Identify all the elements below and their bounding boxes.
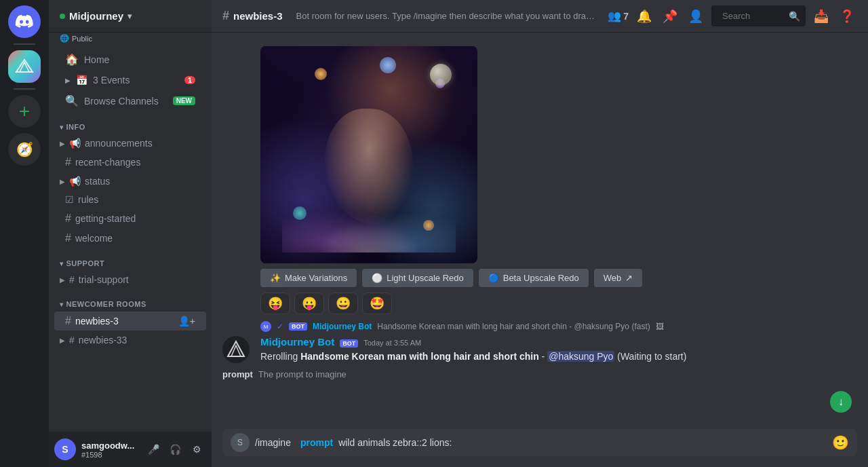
web-button[interactable]: Web ↗ — [594, 269, 643, 287]
announce-icon: 📢 — [69, 138, 81, 149]
browse-icon: 🔍 — [65, 94, 79, 107]
command-input[interactable] — [338, 429, 827, 456]
browse-new-badge: NEW — [173, 96, 195, 105]
sidebar-item-home[interactable]: 🏠 Home — [54, 49, 206, 70]
channel-item-status-group[interactable]: ▶ 📢 status — [54, 172, 206, 190]
hash-icon-newbies3: # — [65, 315, 71, 327]
slash-command-label: /imagine — [255, 437, 291, 448]
message-text: Rerolling Handsome Korean man with long … — [260, 350, 857, 364]
announce-chevron-icon: ▶ — [60, 140, 65, 147]
bot-badge: BOT — [340, 339, 358, 348]
inbox-icon[interactable]: 📥 — [811, 6, 831, 26]
image-content — [260, 46, 477, 263]
message-input-wrapper: S /imagine prompt 🙂 — [222, 429, 857, 456]
top-bar: # newbies-3 Bot room for new users. Type… — [212, 0, 868, 33]
hash-icon-welcome: # — [65, 232, 71, 244]
message-timestamp: Today at 3:55 AM — [363, 339, 421, 347]
external-link-icon: ↗ — [625, 273, 633, 283]
channel-item-newbies-3[interactable]: # newbies-3 👤+ — [54, 312, 206, 331]
channel-description: Bot room for new users. Type /imagine th… — [296, 11, 600, 21]
section-header-info[interactable]: ▾ INFO — [49, 112, 212, 134]
prompt-label: prompt — [222, 369, 253, 379]
emoji-reactions: 😝 😛 😀 🤩 — [212, 290, 868, 320]
reaction-grinning[interactable]: 😀 — [328, 293, 358, 314]
status-chevron-icon: ▶ — [60, 178, 65, 185]
section-header-support[interactable]: ▾ SUPPORT — [49, 248, 212, 270]
events-chevron-icon: ▶ — [65, 77, 71, 84]
add-member-icon[interactable]: 👤+ — [178, 316, 195, 326]
add-server-button[interactable]: + — [8, 95, 41, 128]
microphone-button[interactable]: 🎤 — [144, 440, 163, 459]
info-chevron-icon: ▾ — [60, 124, 64, 131]
cmd-arg-label: prompt — [300, 437, 333, 448]
reaction-starstruck[interactable]: 🤩 — [362, 293, 392, 314]
settings-button[interactable]: ⚙ — [187, 440, 206, 459]
events-badge: 1 — [184, 76, 195, 84]
top-bar-actions: 👥 7 🔔 📌 👤 🔍 📥 ❓ — [608, 5, 857, 26]
server-chevron-icon: ▾ — [127, 12, 132, 21]
search-container: 🔍 — [711, 5, 806, 26]
channel-item-recent-changes[interactable]: # recent-changes — [54, 153, 206, 172]
scroll-to-bottom-button[interactable]: ↓ — [830, 391, 852, 413]
channel-name-display: # newbies-3 — [222, 9, 283, 23]
light-upscale-redo-button[interactable]: ⚪ Light Upscale Redo — [362, 269, 473, 287]
newcomer-chevron-icon: ▾ — [60, 301, 64, 308]
user-panel: S samgoodw... #1598 🎤 🎧 ⚙ — [49, 432, 212, 467]
user-avatar: S — [54, 438, 76, 460]
sidebar-item-browse[interactable]: 🔍 Browse Channels NEW — [54, 90, 206, 111]
server-status-dot — [60, 14, 65, 19]
bell-icon[interactable]: 🔔 — [634, 6, 654, 26]
sidebar-item-events[interactable]: ▶ 📅 3 Events 1 — [54, 71, 206, 90]
home-icon: 🏠 — [65, 53, 79, 66]
search-icon[interactable]: 🔍 — [789, 11, 800, 22]
prompt-hint: The prompt to imagine — [258, 369, 347, 379]
events-icon: 📅 — [76, 75, 87, 86]
mention-tag: @haksung Pyo — [547, 351, 614, 362]
member-count: 👥 7 — [608, 10, 629, 22]
ref-text: Handsome Korean man with long hair and s… — [377, 322, 650, 331]
headphones-button[interactable]: 🎧 — [165, 440, 184, 459]
hash-icon-recent: # — [65, 156, 71, 168]
message-input-area: S /imagine prompt 🙂 — [212, 429, 868, 467]
emoji-picker-button[interactable]: 🙂 — [832, 434, 849, 451]
sidebar-nav: 🏠 Home ▶ 📅 3 Events 1 🔍 Browse Channels … — [49, 43, 212, 432]
channel-item-newbies-33[interactable]: ▶ # newbies-33 — [54, 331, 206, 349]
channel-item-welcome[interactable]: # welcome — [54, 229, 206, 248]
ref-icon: 🖼 — [656, 322, 664, 331]
members-list-icon[interactable]: 👤 — [686, 6, 706, 26]
help-icon[interactable]: ❓ — [837, 6, 857, 26]
ref-author: Midjourney Bot — [313, 322, 372, 331]
action-buttons-row: ✨ Make Variations ⚪ Light Upscale Redo 🔵… — [212, 263, 868, 290]
server-name: Midjourney — [69, 10, 123, 22]
generated-image[interactable] — [260, 46, 477, 263]
section-header-newcomer[interactable]: ▾ NEWCOMER ROOMS — [49, 289, 212, 311]
server-header[interactable]: Midjourney ▾ — [49, 0, 212, 33]
reaction-tongue-out[interactable]: 😛 — [294, 293, 324, 314]
reaction-grimacing[interactable]: 😝 — [260, 293, 290, 314]
midjourney-server-icon[interactable] — [8, 50, 41, 83]
image-container — [212, 43, 868, 263]
explore-button[interactable]: 🧭 — [8, 133, 41, 166]
beta-upscale-redo-button[interactable]: 🔵 Beta Upscale Redo — [479, 269, 589, 287]
message-reference: M ✓ BOT Midjourney Bot Handsome Korean m… — [212, 320, 868, 333]
channel-item-rules[interactable]: ☑ rules — [54, 191, 206, 208]
bot-message: Midjourney Bot BOT Today at 3:55 AM Rero… — [212, 333, 868, 367]
server-divider-2 — [14, 88, 35, 90]
channel-item-announcements-group[interactable]: ▶ 📢 announcements — [54, 134, 206, 152]
user-actions: 🎤 🎧 ⚙ — [144, 440, 206, 459]
verified-icon: ✓ — [277, 322, 283, 331]
light-upscale-icon: ⚪ — [372, 273, 382, 283]
variations-icon: ✨ — [270, 273, 281, 283]
bot-message-content: Midjourney Bot BOT Today at 3:55 AM Rero… — [260, 336, 857, 364]
chat-area: ✨ Make Variations ⚪ Light Upscale Redo 🔵… — [212, 33, 868, 429]
hash-icon-newbies33: # — [69, 335, 75, 345]
search-input[interactable] — [717, 8, 785, 24]
message-header: Midjourney Bot BOT Today at 3:55 AM — [260, 336, 857, 348]
channel-item-getting-started[interactable]: # getting-started — [54, 209, 206, 228]
make-variations-button[interactable]: ✨ Make Variations — [260, 269, 357, 287]
members-icon: 👥 — [608, 10, 621, 22]
pin-icon[interactable]: 📌 — [660, 6, 680, 26]
scroll-to-bottom-area: ↓ — [830, 391, 852, 413]
channel-item-trial-support-group[interactable]: ▶ # trial-support — [54, 271, 206, 288]
discord-home-icon[interactable] — [8, 5, 41, 38]
